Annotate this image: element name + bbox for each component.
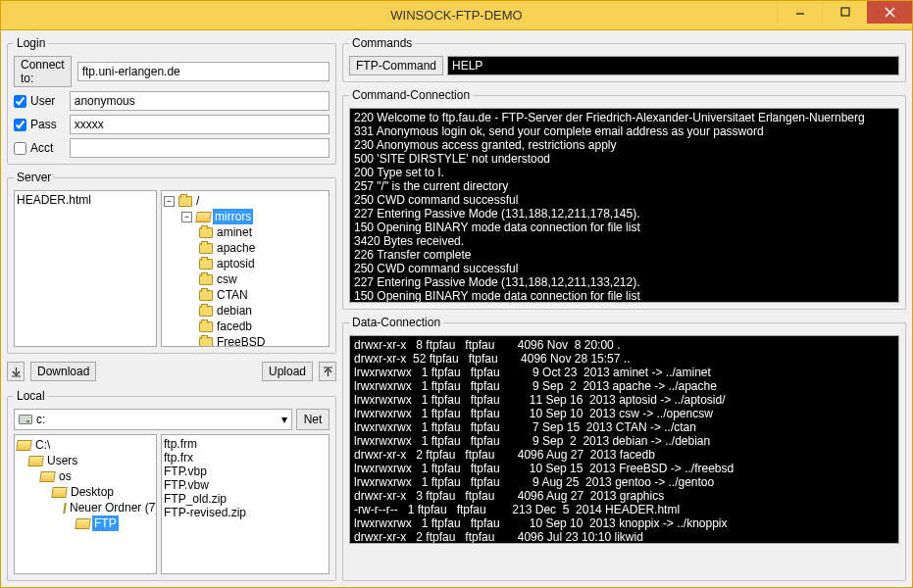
folder-open-icon [63,503,67,514]
svg-rect-1 [841,8,849,16]
folder-open-icon [75,518,91,529]
acct-checkbox[interactable] [14,142,26,155]
ftp-command-button[interactable]: FTP-Command [349,56,443,75]
command-input[interactable] [447,56,899,75]
server-legend: Server [14,171,54,184]
folder-open-icon [51,487,68,498]
acct-label: Acct [30,141,53,155]
data-connection-log[interactable]: drwxr-xr-x 8 ftpfau ftpfau 4096 Nov 8 20… [349,335,899,544]
tree-node[interactable]: Users [17,453,154,468]
folder-icon [199,290,213,301]
pass-label: Pass [30,118,57,131]
user-input[interactable] [70,91,330,111]
minimize-button[interactable] [777,1,822,24]
connect-button[interactable]: Connect to: [14,56,72,87]
folder-icon [178,196,192,207]
user-label: User [30,94,55,108]
list-item[interactable]: ftp.frm [164,437,327,451]
tree-node[interactable]: Neuer Ordner (7) [17,500,154,515]
folder-icon [199,274,213,285]
upload-button[interactable]: Upload [262,362,313,381]
drive-label: c: [36,413,45,426]
folder-icon [199,243,213,254]
acct-check-label[interactable]: Acct [14,141,64,155]
tree-node[interactable]: FreeBSD [164,334,327,347]
pass-input[interactable] [70,115,330,134]
tree-node[interactable]: facedb [164,318,327,334]
local-dir-tree[interactable]: C:\ UsersosDesktopNeuer Ordner (7)FTP [14,434,157,574]
net-button[interactable]: Net [296,409,330,430]
local-group: Local c: ▾ Net C:\ UsersosDesktopNeuer [7,389,336,581]
drive-select[interactable]: c: ▾ [14,409,292,430]
tree-node[interactable]: FTP [17,515,154,531]
local-legend: Local [14,389,48,403]
upload-arrow-button[interactable] [319,362,336,381]
tree-node[interactable]: csw [164,271,327,287]
tree-node[interactable]: os [17,468,154,484]
upload-icon [323,367,333,377]
folder-open-icon [27,456,44,466]
titlebar[interactable]: WINSOCK-FTP-DEMO [1,1,912,30]
list-item[interactable]: ftp.frx [164,451,327,465]
download-icon [11,367,22,377]
download-arrow-button[interactable] [7,362,25,381]
tree-node[interactable]: apache [164,240,327,256]
folder-icon [199,321,213,332]
server-group: Server HEADER.html −/ −mirrors aminetapa… [7,171,336,354]
command-connection-log[interactable]: 220 Welcome to ftp.fau.de - FTP-Server d… [349,108,899,303]
tree-node[interactable]: CTAN [164,287,327,303]
login-group: Login Connect to: User Pass [7,36,336,165]
list-item[interactable]: FTP.vbp [164,465,327,478]
pass-checkbox[interactable] [14,119,26,131]
window-title: WINSOCK-FTP-DEMO [1,8,912,23]
list-item[interactable]: FTP.vbw [164,478,327,492]
list-item[interactable]: FTP_old.zip [164,492,327,506]
login-legend: Login [14,36,48,50]
data-connection-legend: Data-Connection [349,316,443,329]
app-window: WINSOCK-FTP-DEMO Login Connect to: [0,0,913,588]
commands-legend: Commands [349,36,415,50]
folder-icon [199,227,213,238]
server-file-list[interactable]: HEADER.html [14,190,157,347]
tree-node[interactable]: aminet [164,224,327,240]
acct-input[interactable] [70,138,330,158]
download-button[interactable]: Download [30,362,96,381]
data-connection-group: Data-Connection drwxr-xr-x 8 ftpfau ftpf… [342,316,906,581]
tree-node[interactable]: debian [164,303,327,318]
server-dir-tree[interactable]: −/ −mirrors aminetapacheaptosidcswCTANde… [161,190,330,347]
host-input[interactable] [77,62,330,81]
folder-open-icon [16,440,32,451]
transfer-bar: Download Upload [7,360,336,383]
maximize-button[interactable] [822,1,867,24]
folder-icon [199,306,213,317]
commands-group: Commands FTP-Command [342,36,906,82]
tree-node[interactable]: Desktop [17,484,154,500]
pass-check-label[interactable]: Pass [14,118,64,131]
tree-node[interactable]: −/ [164,193,327,209]
command-connection-legend: Command-Connection [349,88,473,102]
folder-icon [199,337,213,348]
tree-node[interactable]: C:\ [17,437,154,453]
drive-icon [19,415,32,424]
folder-icon [199,259,213,270]
tree-node[interactable]: −mirrors [164,209,327,224]
close-button[interactable] [867,1,912,24]
folder-open-icon [39,471,56,482]
folder-open-icon [195,212,212,222]
command-connection-group: Command-Connection 220 Welcome to ftp.fa… [342,88,906,310]
list-item[interactable]: FTP-revised.zip [164,506,327,519]
local-file-list[interactable]: ftp.frmftp.frxFTP.vbpFTP.vbwFTP_old.zipF… [161,434,330,574]
tree-node[interactable]: aptosid [164,256,327,271]
chevron-down-icon: ▾ [281,413,287,426]
user-check-label[interactable]: User [14,94,64,108]
list-item[interactable]: HEADER.html [17,193,154,207]
user-checkbox[interactable] [14,95,26,108]
